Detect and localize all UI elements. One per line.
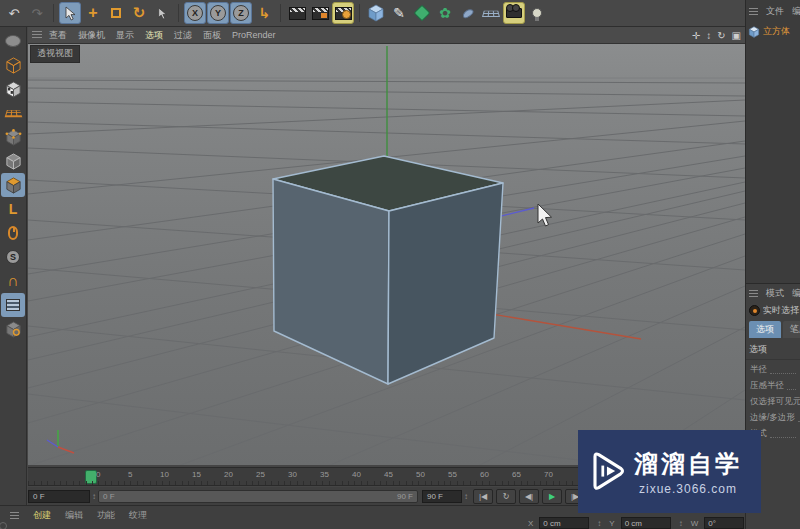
- material-menu-edit[interactable]: 编辑: [65, 509, 83, 522]
- attribute-manager-menubar: 模式 编辑: [746, 284, 800, 302]
- object-list-item-cube[interactable]: 立方体: [746, 22, 800, 41]
- add-floor-button[interactable]: [480, 2, 502, 24]
- hamburger-icon[interactable]: [32, 31, 42, 39]
- add-generator-button[interactable]: [411, 2, 433, 24]
- tweak-mode-button[interactable]: [1, 221, 25, 245]
- polygons-mode-button[interactable]: [1, 173, 25, 197]
- add-spline-button[interactable]: ✎: [388, 2, 410, 24]
- render-settings-button[interactable]: [332, 2, 354, 24]
- attribute-tabs: 选项 笔压: [746, 319, 800, 338]
- toggle-view-icon[interactable]: ▣: [732, 30, 741, 41]
- scale-tool-button[interactable]: [105, 2, 127, 24]
- active-tool-label: 实时选择: [763, 304, 799, 317]
- workplane-snap-button[interactable]: [1, 317, 25, 341]
- points-mode-button[interactable]: [1, 125, 25, 149]
- enable-axis-button[interactable]: L: [1, 197, 25, 221]
- ruler-label: 45: [384, 470, 416, 479]
- edges-cube-icon: [5, 153, 22, 170]
- material-menu-create[interactable]: 创建: [33, 509, 51, 522]
- scene-3d[interactable]: [28, 44, 745, 465]
- frame-stepper-icon[interactable]: ↕: [92, 492, 96, 501]
- viewport-menubar: 查看 摄像机 显示 选项 过滤 面板 ProRender ✛ ↕ ↻ ▣: [28, 27, 745, 44]
- tab-options[interactable]: 选项: [749, 321, 781, 338]
- add-deformer-button[interactable]: ✿: [434, 2, 456, 24]
- edges-mode-button[interactable]: [1, 149, 25, 173]
- menu-prorender[interactable]: ProRender: [232, 30, 276, 40]
- perspective-viewport[interactable]: 查看 摄像机 显示 选项 过滤 面板 ProRender ✛ ↕ ↻ ▣ 透视视…: [28, 27, 745, 465]
- polygons-cube-icon: [5, 177, 22, 194]
- cursor-icon: [157, 7, 168, 20]
- lock-y-axis-button[interactable]: Y: [207, 2, 229, 24]
- ruler-label: 10: [160, 470, 192, 479]
- coord-w-label: W: [691, 519, 699, 528]
- render-view-button[interactable]: [286, 2, 308, 24]
- end-frame-stepper-icon[interactable]: ↕: [464, 492, 468, 501]
- toolbar-separator: [53, 4, 54, 22]
- add-light-button[interactable]: [526, 2, 548, 24]
- y-axis-icon: Y: [210, 5, 226, 21]
- redo-icon[interactable]: ↷: [26, 2, 48, 24]
- ruler-label: 65: [512, 470, 544, 479]
- orbit-view-icon[interactable]: ↻: [717, 30, 725, 41]
- previous-frame-button[interactable]: ◀|: [519, 489, 539, 504]
- add-camera-button[interactable]: [503, 2, 525, 24]
- am-menu-edit[interactable]: 编辑: [792, 287, 800, 300]
- render-picture-viewer-button[interactable]: [309, 2, 331, 24]
- am-menu-mode[interactable]: 模式: [766, 287, 784, 300]
- texture-mode-button[interactable]: [1, 77, 25, 101]
- ruler-label: 50: [416, 470, 448, 479]
- texture-cube-icon: [5, 81, 22, 98]
- lock-x-axis-button[interactable]: X: [184, 2, 206, 24]
- menu-display[interactable]: 显示: [116, 29, 134, 42]
- menu-panel[interactable]: 面板: [203, 29, 221, 42]
- generator-icon: [414, 5, 431, 22]
- coord-x-field[interactable]: 0 cm: [539, 517, 589, 529]
- snap-settings-button[interactable]: S: [1, 245, 25, 269]
- play-button[interactable]: ▶: [542, 489, 562, 504]
- material-menu-texture[interactable]: 纹理: [129, 509, 147, 522]
- coord-y-field[interactable]: 0 cm: [621, 517, 671, 529]
- undo-icon[interactable]: ↶: [3, 2, 25, 24]
- move-tool-button[interactable]: +: [82, 2, 104, 24]
- menu-filter[interactable]: 过滤: [174, 29, 192, 42]
- live-selection-tool-button[interactable]: [59, 2, 81, 24]
- make-editable-button[interactable]: [1, 29, 25, 53]
- add-cube-primitive-button[interactable]: [365, 2, 387, 24]
- menu-options[interactable]: 选项: [145, 29, 163, 42]
- coord-x-stepper-icon[interactable]: ↕: [597, 519, 601, 528]
- dotted-leader: [770, 437, 796, 438]
- model-mode-button[interactable]: [1, 53, 25, 77]
- lock-workplane-button[interactable]: [1, 293, 25, 317]
- preview-range-bar[interactable]: 0 F 90 F: [98, 490, 418, 503]
- snap-cube-icon: [5, 321, 22, 338]
- attr-label: 压感半径: [750, 380, 784, 392]
- hamburger-icon[interactable]: [10, 512, 19, 520]
- material-manager-menu: 创建 编辑 功能 纹理: [10, 509, 147, 522]
- menu-view[interactable]: 查看: [49, 29, 67, 42]
- play-backwards-button[interactable]: ↻: [496, 489, 516, 504]
- hamburger-icon[interactable]: [749, 8, 758, 16]
- end-frame-field[interactable]: 90 F: [422, 490, 462, 503]
- coord-y-stepper-icon[interactable]: ↕: [679, 519, 683, 528]
- tab-pen-pressure[interactable]: 笔压: [783, 321, 800, 338]
- hamburger-icon[interactable]: [749, 290, 758, 298]
- attr-label: 仅选择可见元: [750, 396, 800, 408]
- enable-snap-button[interactable]: ∩: [1, 269, 25, 293]
- x-axis-icon: X: [187, 5, 203, 21]
- zoom-view-icon[interactable]: ↕: [706, 30, 711, 41]
- view-tab-perspective[interactable]: 透视视图: [30, 45, 80, 63]
- om-menu-edit[interactable]: 编辑: [792, 5, 800, 18]
- workplane-mode-button[interactable]: [1, 101, 25, 125]
- om-menu-file[interactable]: 文件: [766, 5, 784, 18]
- menu-cameras[interactable]: 摄像机: [78, 29, 105, 42]
- goto-start-button[interactable]: |◀: [473, 489, 493, 504]
- coord-w-field[interactable]: 0°: [704, 517, 744, 529]
- material-menu-function[interactable]: 功能: [97, 509, 115, 522]
- pan-view-icon[interactable]: ✛: [692, 30, 700, 41]
- add-environment-button[interactable]: [457, 2, 479, 24]
- rotate-tool-button[interactable]: ↻: [128, 2, 150, 24]
- last-used-tool-button[interactable]: [151, 2, 173, 24]
- coordinate-system-button[interactable]: ↳: [253, 2, 275, 24]
- lock-z-axis-button[interactable]: Z: [230, 2, 252, 24]
- current-frame-field[interactable]: 0 F: [28, 490, 90, 503]
